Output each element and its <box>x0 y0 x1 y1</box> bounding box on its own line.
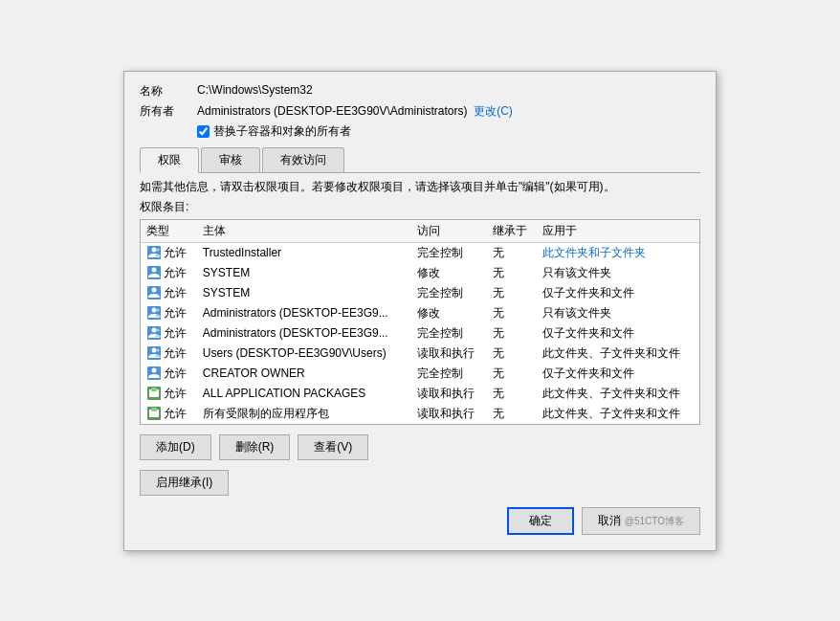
user-icon <box>146 366 162 381</box>
cell-apply: 只有该文件夹 <box>537 263 699 283</box>
col-apply: 应用于 <box>537 220 699 243</box>
cancel-button[interactable]: 取消@51CTO博客 <box>582 507 700 535</box>
svg-point-1 <box>152 248 157 253</box>
dialog-footer: 确定 取消@51CTO博客 <box>140 507 700 535</box>
replace-owner-checkbox[interactable] <box>197 125 210 138</box>
cell-principal: 所有受限制的应用程序包 <box>197 404 411 424</box>
cell-type: 允许 <box>141 344 197 364</box>
svg-point-14 <box>152 348 157 353</box>
svg-point-9 <box>157 309 160 312</box>
tab-effective-access[interactable]: 有效访问 <box>262 147 344 172</box>
cell-access: 读取和执行 <box>411 384 486 404</box>
cell-access: 完全控制 <box>411 242 486 263</box>
cell-type: 允许 <box>141 303 197 323</box>
cell-apply: 此文件夹、子文件夹和文件 <box>537 404 699 424</box>
col-principal: 主体 <box>197 220 411 243</box>
user-icon <box>146 305 162 321</box>
owner-row: 所有者 Administrators (DESKTOP-EE3G90V\Admi… <box>140 103 700 120</box>
cell-principal: ALL APPLICATION PACKAGES <box>197 384 411 404</box>
svg-rect-23 <box>151 408 157 411</box>
change-owner-link[interactable]: 更改(C) <box>474 104 513 118</box>
svg-point-8 <box>152 308 157 313</box>
enable-inherit-row: 启用继承(I) <box>140 470 700 496</box>
owner-label: 所有者 <box>140 103 197 120</box>
cell-inherit: 无 <box>487 384 537 404</box>
name-row: 名称 C:\Windows\System32 <box>140 83 700 100</box>
tab-audit[interactable]: 审核 <box>201 147 260 172</box>
svg-point-15 <box>157 349 160 352</box>
user-icon <box>146 386 162 401</box>
svg-point-12 <box>157 329 160 332</box>
cell-principal: Administrators (DESKTOP-EE3G9... <box>197 323 411 344</box>
svg-rect-20 <box>151 388 157 391</box>
cell-apply: 此文件夹和子文件夹 <box>537 242 699 263</box>
cell-type: 允许 <box>141 263 197 283</box>
cell-type: 允许 <box>141 242 197 263</box>
cell-inherit: 无 <box>487 242 537 263</box>
table-row[interactable]: 允许 Administrators (DESKTOP-EE3G9... 修改 无… <box>141 303 699 323</box>
cell-apply: 只有该文件夹 <box>537 303 699 323</box>
cell-principal: SYSTEM <box>197 263 411 283</box>
cell-apply: 此文件夹、子文件夹和文件 <box>537 344 699 364</box>
owner-value: Administrators (DESKTOP-EE3G90V\Administ… <box>197 103 513 120</box>
svg-point-11 <box>152 328 157 333</box>
table-row[interactable]: 允许 ALL APPLICATION PACKAGES 读取和执行 无 此文件夹… <box>141 384 699 404</box>
section-title: 权限条目: <box>140 199 700 215</box>
user-icon <box>146 325 162 341</box>
col-inherit: 继承于 <box>487 220 537 243</box>
cell-access: 完全控制 <box>411 283 486 303</box>
svg-point-17 <box>152 368 157 373</box>
ok-button[interactable]: 确定 <box>507 507 574 535</box>
cell-type: 允许 <box>141 384 197 404</box>
table-row[interactable]: 允许 SYSTEM 完全控制 无 仅子文件夹和文件 <box>141 283 699 303</box>
user-icon <box>146 345 162 361</box>
table-row[interactable]: 允许 TrustedInstaller 完全控制 无 此文件夹和子文件夹 <box>141 242 699 263</box>
user-icon <box>146 285 162 300</box>
table-row[interactable]: 允许 CREATOR OWNER 完全控制 无 仅子文件夹和文件 <box>141 364 699 384</box>
table-row[interactable]: 允许 Administrators (DESKTOP-EE3G9... 完全控制… <box>141 323 699 344</box>
action-buttons: 添加(D) 删除(R) 查看(V) <box>140 434 700 460</box>
cell-access: 完全控制 <box>411 364 486 384</box>
name-value: C:\Windows\System32 <box>197 83 313 97</box>
name-label: 名称 <box>140 83 197 100</box>
view-button[interactable]: 查看(V) <box>298 434 368 460</box>
cell-inherit: 无 <box>487 323 537 344</box>
cell-inherit: 无 <box>487 263 537 283</box>
table-row[interactable]: 允许 所有受限制的应用程序包 读取和执行 无 此文件夹、子文件夹和文件 <box>141 404 699 424</box>
table-row[interactable]: 允许 Users (DESKTOP-EE3G90V\Users) 读取和执行 无… <box>141 344 699 364</box>
permissions-dialog: 名称 C:\Windows\System32 所有者 Administrator… <box>123 71 717 551</box>
cell-type: 允许 <box>141 364 197 384</box>
tab-permissions[interactable]: 权限 <box>140 147 199 173</box>
cell-apply: 仅子文件夹和文件 <box>537 323 699 344</box>
cell-inherit: 无 <box>487 364 537 384</box>
cell-inherit: 无 <box>487 404 537 424</box>
cell-inherit: 无 <box>487 303 537 323</box>
col-access: 访问 <box>411 220 486 243</box>
table-header-row: 类型 主体 访问 继承于 应用于 <box>141 220 699 243</box>
svg-point-6 <box>152 288 157 293</box>
cell-access: 完全控制 <box>411 323 486 344</box>
col-type: 类型 <box>141 220 197 243</box>
cell-type: 允许 <box>141 323 197 344</box>
cell-type: 允许 <box>141 283 197 303</box>
cell-principal: Administrators (DESKTOP-EE3G9... <box>197 303 411 323</box>
user-icon <box>146 245 162 260</box>
delete-button[interactable]: 删除(R) <box>219 434 291 460</box>
tab-bar: 权限 审核 有效访问 <box>140 147 700 173</box>
svg-point-4 <box>152 268 157 273</box>
user-icon <box>146 265 162 280</box>
cell-principal: TrustedInstaller <box>197 242 411 263</box>
cell-inherit: 无 <box>487 344 537 364</box>
cell-inherit: 无 <box>487 283 537 303</box>
enable-inherit-button[interactable]: 启用继承(I) <box>140 470 229 496</box>
cell-type: 允许 <box>141 404 197 424</box>
cell-apply: 仅子文件夹和文件 <box>537 364 699 384</box>
table-row[interactable]: 允许 SYSTEM 修改 无 只有该文件夹 <box>141 263 699 283</box>
cell-principal: CREATOR OWNER <box>197 364 411 384</box>
add-button[interactable]: 添加(D) <box>140 434 211 460</box>
cell-access: 读取和执行 <box>411 404 486 424</box>
watermark: @51CTO博客 <box>625 516 684 526</box>
cell-access: 读取和执行 <box>411 344 486 364</box>
cell-apply: 仅子文件夹和文件 <box>537 283 699 303</box>
cell-principal: Users (DESKTOP-EE3G90V\Users) <box>197 344 411 364</box>
